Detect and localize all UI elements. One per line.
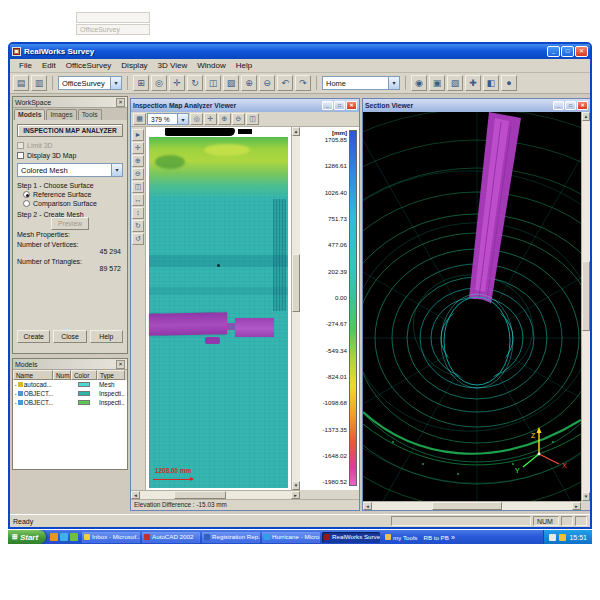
mesh-style-combo[interactable]: Colored Mesh ▾ <box>17 163 123 177</box>
tray-icon[interactable] <box>559 534 566 541</box>
table-row[interactable]: ▪OBJECT... Inspecti... <box>13 398 127 407</box>
scroll-up-icon[interactable]: ▲ <box>582 112 590 121</box>
rotate-icon[interactable]: ↻ <box>132 220 144 232</box>
scroll-track[interactable] <box>582 121 590 492</box>
scroll-left-icon[interactable]: ◄ <box>363 502 372 510</box>
chevron-down-icon[interactable]: ▾ <box>388 77 399 89</box>
measure-icon[interactable]: ↔ <box>132 194 144 206</box>
scroll-thumb[interactable] <box>582 261 590 331</box>
reference-surface-radio[interactable] <box>23 191 30 198</box>
close-button[interactable]: ✕ <box>346 101 357 110</box>
zoom-out-icon[interactable]: ⊖ <box>132 168 144 180</box>
scroll-thumb[interactable] <box>432 502 502 510</box>
zoom-combo[interactable]: 379 % ▾ <box>147 113 189 125</box>
close-button[interactable]: Close <box>53 330 86 343</box>
column-name[interactable]: Name <box>13 370 53 380</box>
tab-images[interactable]: Images <box>46 109 76 120</box>
inspection-map[interactable]: 1208.00 mm <box>149 137 288 488</box>
scroll-up-icon[interactable]: ▲ <box>292 127 300 136</box>
quick-launch-icon[interactable] <box>60 533 68 541</box>
target-icon[interactable]: ◎ <box>190 113 203 125</box>
close-button[interactable]: ✕ <box>577 101 588 110</box>
rotate-icon[interactable]: ↻ <box>187 75 203 91</box>
quick-launch-icon[interactable] <box>50 533 58 541</box>
help-button[interactable]: Help <box>90 330 123 343</box>
taskbar-button-realworks[interactable]: RealWorks Survey <box>322 532 380 543</box>
chevron-down-icon[interactable]: ▾ <box>111 164 122 176</box>
zoom-out-icon[interactable]: ⊖ <box>232 113 245 125</box>
comparison-surface-radio[interactable] <box>23 200 30 207</box>
start-button[interactable]: ⊞ Start <box>8 530 46 544</box>
my-tools-toolbar[interactable]: my Tools <box>385 534 417 541</box>
column-num[interactable]: Num... <box>53 370 71 380</box>
clock[interactable]: 15:51 <box>569 534 587 541</box>
create-button[interactable]: Create <box>17 330 50 343</box>
preview-button[interactable]: Preview <box>51 217 89 230</box>
minimize-button[interactable]: _ <box>553 101 564 110</box>
split-icon[interactable]: ◧ <box>483 75 499 91</box>
image-icon[interactable]: ▣ <box>429 75 445 91</box>
pan-vertical-icon[interactable]: ↕ <box>132 207 144 219</box>
scroll-thumb[interactable] <box>174 491 226 499</box>
close-button[interactable]: ✕ <box>575 46 588 57</box>
section-horizontal-scrollbar[interactable]: ◄ ► <box>363 501 581 510</box>
menu-window[interactable]: Window <box>192 61 230 70</box>
layers-icon[interactable]: ▨ <box>447 75 463 91</box>
tab-tools[interactable]: Tools <box>78 109 102 120</box>
print-icon[interactable]: ▦ <box>133 113 146 125</box>
menu-help[interactable]: Help <box>231 61 257 70</box>
scroll-track[interactable] <box>140 491 291 499</box>
scroll-right-icon[interactable]: ► <box>572 502 581 510</box>
chevron-down-icon[interactable]: ▾ <box>177 114 188 124</box>
zoom-out-icon[interactable]: ⊖ <box>259 75 275 91</box>
limit-3d-checkbox[interactable] <box>17 142 24 149</box>
quick-launch-icon[interactable] <box>70 533 78 541</box>
chevron-icon[interactable]: » <box>451 534 455 541</box>
map-horizontal-scrollbar[interactable]: ◄ ► <box>131 490 300 499</box>
zoom-in-icon[interactable]: ⊕ <box>218 113 231 125</box>
point-icon[interactable]: ● <box>501 75 517 91</box>
map-vertical-scrollbar[interactable]: ▲ ▼ <box>291 127 300 490</box>
add-icon[interactable]: ✚ <box>465 75 481 91</box>
section-3d-canvas[interactable]: Z X Y <box>363 112 581 501</box>
section-vertical-scrollbar[interactable]: ▲ ▼ <box>581 112 590 501</box>
maximize-button[interactable]: □ <box>334 101 345 110</box>
minimize-button[interactable]: _ <box>547 46 560 57</box>
maximize-button[interactable]: □ <box>565 101 576 110</box>
taskbar-button-autocad[interactable]: AutoCAD 2002 <box>142 532 200 543</box>
open-icon[interactable]: ▤ <box>13 75 29 91</box>
menu-display[interactable]: Display <box>116 61 152 70</box>
display-3d-map-checkbox[interactable] <box>17 152 24 159</box>
table-row[interactable]: ▪OBJECT... Inspecti... <box>13 389 127 398</box>
close-icon[interactable]: ✕ <box>116 98 125 107</box>
inspection-map-canvas[interactable]: 1208.00 mm <box>146 127 291 490</box>
taskbar-button-inbox[interactable]: Inbox - Microsof... <box>82 532 140 543</box>
menu-3d-view[interactable]: 3D View <box>153 61 193 70</box>
close-icon[interactable]: ✕ <box>116 360 125 369</box>
scroll-thumb[interactable] <box>292 254 300 312</box>
redo-icon[interactable]: ↷ <box>295 75 311 91</box>
refresh-icon[interactable]: ↺ <box>132 233 144 245</box>
column-color[interactable]: Color <box>71 370 97 380</box>
undo-icon[interactable]: ↶ <box>277 75 293 91</box>
select-icon[interactable]: ► <box>132 129 144 141</box>
menu-edit[interactable]: Edit <box>37 61 61 70</box>
pan-icon[interactable]: ✛ <box>204 113 217 125</box>
taskbar-button-hurricane[interactable]: Hurricane - Micro... <box>262 532 320 543</box>
view-icon[interactable]: ◉ <box>411 75 427 91</box>
fit-icon[interactable]: ◫ <box>246 113 259 125</box>
rb-to-pb-toolbar[interactable]: RB to PB » <box>423 534 454 541</box>
menu-officesurvey[interactable]: OfficeSurvey <box>61 61 117 70</box>
scroll-track[interactable] <box>292 136 300 481</box>
column-type[interactable]: Type <box>97 370 125 380</box>
fit-icon[interactable]: ◫ <box>132 181 144 193</box>
scroll-right-icon[interactable]: ► <box>291 491 300 499</box>
taskbar-button-registration[interactable]: Registration Rep... <box>202 532 260 543</box>
tray-icon[interactable] <box>549 534 556 541</box>
menu-file[interactable]: File <box>14 61 37 70</box>
scroll-down-icon[interactable]: ▼ <box>292 481 300 490</box>
table-row[interactable]: ▪autocad... Mesh <box>13 380 127 389</box>
scroll-left-icon[interactable]: ◄ <box>131 491 140 499</box>
workflow-combo[interactable]: OfficeSurvey ▾ <box>58 76 122 90</box>
tab-models[interactable]: Models <box>14 109 45 120</box>
